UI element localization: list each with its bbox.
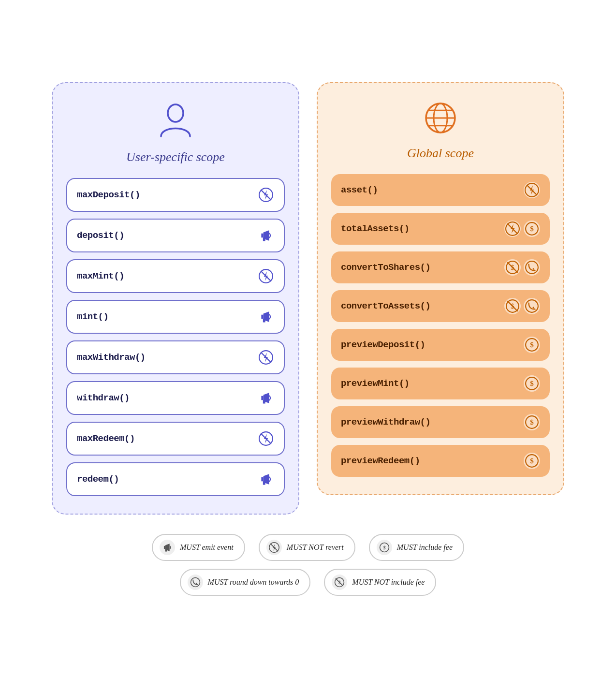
svg-point-23 [526,261,538,274]
func-name: maxDeposit() [77,190,140,200]
func-name: maxRedeem() [77,433,135,444]
no-revert-icon [258,268,274,284]
legend-label: MUST NOT include fee [352,578,425,587]
svg-line-17 [507,223,517,234]
func-icons: $ [504,221,540,237]
user-panel: User-specific scope maxDeposit() deposit… [52,82,299,515]
page-wrapper: User-specific scope maxDeposit() deposit… [52,82,564,596]
legend-label: MUST emit event [180,543,234,552]
func-name: convertToAssets() [341,301,430,311]
func-name: convertToShares() [341,262,430,273]
func-icons [524,182,540,198]
func-item: deposit() [66,219,285,252]
legend-item: MUST NOT revert [259,534,355,561]
func-item: maxMint() [66,259,285,293]
no-revert-icon [524,182,540,198]
func-item: convertToShares() $ [331,251,550,283]
legend-label: MUST include fee [397,543,453,552]
func-name: maxMint() [77,271,124,281]
no-include-fee-icon: $ [504,259,521,276]
globe-icon [423,101,458,135]
func-icons: $ [524,337,540,353]
func-name: previewDeposit() [341,339,425,350]
func-item: previewRedeem() $ [331,445,550,477]
global-panel: Global scope asset() totalAssets() $ con… [317,82,564,495]
svg-text:$: $ [530,457,534,465]
legend-item: MUST emit event [152,534,245,561]
legend-item: $ MUST NOT include fee [324,569,436,596]
func-item: totalAssets() $ [331,213,550,245]
func-name: deposit() [77,230,124,241]
user-func-list: maxDeposit() deposit() maxMint() mint() [66,178,285,496]
func-name: totalAssets() [341,223,410,234]
legend-icon: $ [377,540,392,555]
func-icons [258,430,274,447]
include-fee-icon: $ [524,453,540,469]
func-icons: $ [524,375,540,392]
func-icons: $ [504,298,540,314]
func-icons: $ [504,259,540,276]
func-icons [258,309,274,325]
no-revert-icon [258,187,274,203]
func-item: previewDeposit() $ [331,329,550,361]
func-item: mint() [66,300,285,334]
emit-event-icon [258,309,274,325]
svg-point-27 [526,300,538,312]
round-down-icon [524,298,540,314]
user-icon [158,101,193,139]
legend-row-2: MUST round down towards 0 $ MUST NOT inc… [180,569,437,596]
func-item: previewWithdraw() $ [331,406,550,438]
round-down-icon [524,259,540,276]
svg-line-6 [261,352,271,362]
legend-item: MUST round down towards 0 [180,569,311,596]
legend-label: MUST round down towards 0 [208,578,299,587]
include-fee-icon: $ [524,375,540,392]
no-revert-icon [258,430,274,447]
svg-line-37 [270,544,278,551]
func-icons [258,187,274,203]
svg-line-2 [261,190,271,200]
no-include-fee-icon: $ [504,298,521,314]
legend-label: MUST NOT revert [287,543,344,552]
func-icons: $ [524,453,540,469]
func-name: mint() [77,311,108,322]
func-item: convertToAssets() $ [331,290,550,322]
func-item: asset() [331,174,550,206]
user-panel-title: User-specific scope [126,150,225,164]
svg-line-15 [527,185,537,195]
panels-row: User-specific scope maxDeposit() deposit… [52,82,564,515]
emit-event-icon [258,390,274,406]
svg-text:$: $ [530,418,534,426]
legend-icon: $ [332,575,347,590]
func-icons [258,268,274,284]
global-panel-title: Global scope [407,146,474,161]
svg-point-0 [168,104,183,122]
func-name: redeem() [77,474,119,485]
emit-event-icon [258,227,274,244]
legend-icon [160,540,175,555]
func-item: redeem() [66,462,285,496]
svg-text:$: $ [382,545,386,550]
no-revert-icon [258,349,274,366]
func-icons [258,390,274,406]
include-fee-icon: $ [524,221,540,237]
no-revert-icon [504,221,521,237]
svg-line-4 [261,271,271,281]
func-item: maxWithdraw() [66,340,285,374]
emit-event-icon [258,471,274,487]
func-icons [258,227,274,244]
func-icons: $ [524,414,540,430]
func-name: maxWithdraw() [77,352,146,363]
func-name: previewWithdraw() [341,417,430,427]
func-icons [258,471,274,487]
svg-point-40 [191,578,200,587]
legend-item: $ MUST include fee [369,534,464,561]
svg-text:$: $ [530,380,534,387]
include-fee-icon: $ [524,414,540,430]
func-name: previewRedeem() [341,456,420,466]
func-item: previewMint() $ [331,368,550,399]
global-func-list: asset() totalAssets() $ convertToShares(… [331,174,550,477]
legend-row-1: MUST emit event MUST NOT revert $ MUST i… [152,534,464,561]
func-name: previewMint() [341,378,410,389]
func-icons [258,349,274,366]
